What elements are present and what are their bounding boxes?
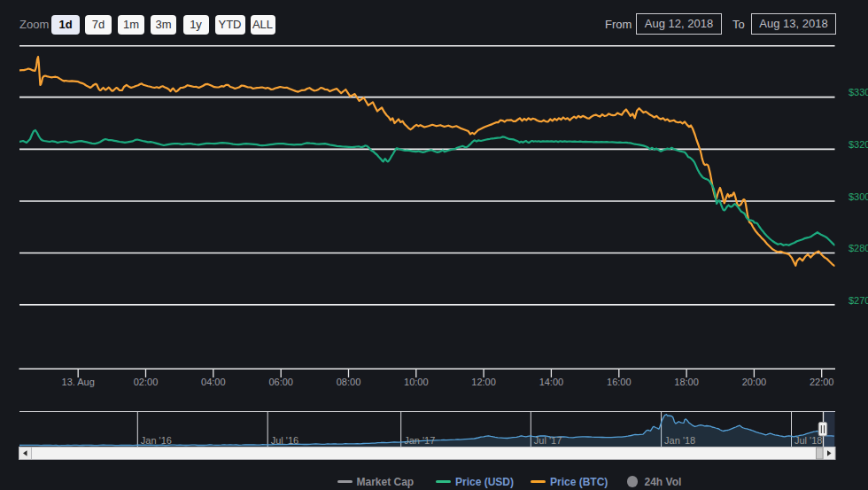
svg-text:Jan '18: Jan '18	[664, 435, 695, 446]
svg-text:18:00: 18:00	[674, 377, 699, 387]
svg-text:$330.00: $330.00	[849, 87, 868, 97]
svg-text:$300.00: $300.00	[849, 191, 868, 202]
svg-text:16:00: 16:00	[607, 377, 632, 387]
svg-text:Jul '18: Jul '18	[794, 435, 822, 446]
svg-text:$320.00: $320.00	[849, 139, 868, 150]
svg-text:Jan '17: Jan '17	[404, 435, 435, 446]
svg-text:02:00: 02:00	[134, 377, 159, 387]
svg-text:10:00: 10:00	[404, 377, 429, 387]
svg-text:08:00: 08:00	[337, 377, 361, 387]
svg-text:13. Aug: 13. Aug	[62, 377, 95, 387]
svg-text:12:00: 12:00	[471, 377, 496, 387]
svg-text:Jan '16: Jan '16	[141, 435, 172, 446]
svg-text:14:00: 14:00	[539, 377, 564, 387]
svg-text:$280.00: $280.00	[849, 243, 868, 253]
svg-text:$270.00: $270.00	[849, 295, 868, 306]
svg-text:06:00: 06:00	[268, 377, 293, 387]
svg-text:22:00: 22:00	[810, 377, 834, 387]
svg-text:Jul '17: Jul '17	[534, 435, 562, 446]
svg-text:04:00: 04:00	[201, 377, 226, 387]
svg-text:Jul '16: Jul '16	[271, 435, 298, 446]
svg-text:20:00: 20:00	[742, 377, 767, 387]
